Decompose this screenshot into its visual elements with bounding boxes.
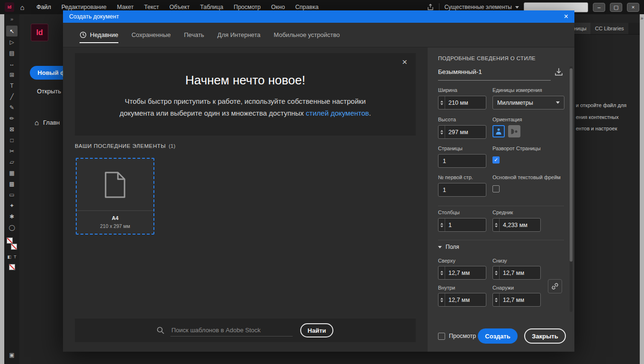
apply-none-icon[interactable] [9,264,15,270]
gutter-stepper[interactable] [492,218,541,232]
right-panel-dock: ницы CC Libraries и откройте файл для ен… [570,14,640,364]
margin-inside-input[interactable] [445,297,486,303]
stock-search-input[interactable] [170,324,293,337]
home-icon[interactable]: ⌂ [16,2,28,12]
stepper-arrows-icon[interactable] [438,96,445,109]
dialog-close-icon[interactable]: × [564,13,568,20]
tab-recent[interactable]: Недавние [80,31,118,38]
dialog-footer: Просмотр Создать Закрыть [428,320,574,352]
restore-button[interactable]: ▢ [610,3,622,12]
close-button[interactable]: Закрыть [524,328,566,344]
stepper-arrows-icon[interactable] [438,126,445,138]
gradient-swatch-tool-icon[interactable]: ▦ [6,167,18,178]
selection-tool-icon[interactable]: ↖ [6,26,18,36]
margins-section-header[interactable]: Поля [438,244,459,250]
screen-mode-icon[interactable]: ▣ [6,349,18,360]
formatting-affects-container-icon[interactable]: ◧ [7,255,11,259]
units-dropdown[interactable]: Миллиметры [492,96,564,109]
zoom-tool-icon[interactable]: ◯ [6,222,18,233]
type-tool-icon[interactable]: T [6,80,18,91]
stroke-swatch-icon[interactable] [11,244,17,250]
expand-panels-icon[interactable]: » [640,15,644,21]
facing-pages-checkbox[interactable] [492,156,500,164]
width-stepper[interactable] [438,96,486,109]
pencil-tool-icon[interactable]: ✏ [6,113,18,124]
orientation-portrait-button[interactable] [492,125,505,137]
start-page-input[interactable] [438,187,486,193]
share-icon[interactable] [427,3,434,11]
width-input[interactable] [445,100,486,106]
stepper-arrows-icon[interactable] [438,266,445,279]
sidebar-item-home[interactable]: ⌂ Главн [35,118,60,127]
primary-text-frame-checkbox[interactable] [492,185,500,192]
content-collector-tool-icon[interactable]: ⊞ [6,69,18,80]
preview-toggle[interactable]: Просмотр [438,333,476,340]
margin-top-stepper[interactable] [438,266,486,280]
scissors-tool-icon[interactable]: ✂ [6,146,18,156]
margin-top-input[interactable] [445,270,486,276]
stepper-arrows-icon[interactable] [493,266,500,279]
gutter-input[interactable] [500,222,540,228]
tab-saved[interactable]: Сохраненные [132,31,171,38]
document-styles-link[interactable]: стилей документов [306,109,369,117]
tab-mobile[interactable]: Мобильное устройство [274,31,340,38]
tab-web[interactable]: Для Интернета [217,31,260,38]
units-value: Миллиметры [497,100,533,106]
open-button[interactable]: Открыть [37,88,61,95]
rectangle-frame-tool-icon[interactable]: ⊠ [6,124,18,135]
eyedropper-tool-icon[interactable]: ✦ [6,200,18,211]
stepper-arrows-icon[interactable] [438,218,445,231]
page-tool-icon[interactable]: ▤ [6,47,18,58]
stepper-arrows-icon[interactable] [493,218,500,231]
direct-selection-tool-icon[interactable]: ▷ [6,36,18,47]
height-input[interactable] [445,129,486,136]
height-stepper[interactable] [438,125,486,139]
workspace-switcher[interactable]: Существенные элементы [444,4,519,10]
note-tool-icon[interactable]: ▭ [6,189,18,200]
free-transform-tool-icon[interactable]: ▱ [6,156,18,167]
tab-cc-libraries[interactable]: CC Libraries [590,23,628,34]
pen-tool-icon[interactable]: ✎ [6,102,18,113]
panel-tab-row: ницы CC Libraries [570,23,640,35]
start-page-field[interactable] [438,183,486,197]
save-preset-icon[interactable] [553,66,564,78]
create-button[interactable]: Создать [478,328,518,344]
margin-bottom-label: Снизу [492,258,507,264]
tab-print[interactable]: Печать [184,31,205,38]
pages-input[interactable] [438,158,486,164]
minimize-button[interactable]: – [593,3,605,12]
gutter-label: Средник [492,209,513,215]
document-name-field[interactable]: Безымянный-1 [438,68,551,81]
dialog-titlebar[interactable]: Создать документ × [63,10,574,23]
link-margins-button[interactable] [548,279,562,293]
line-tool-icon[interactable]: ╱ [6,91,18,102]
stepper-arrows-icon[interactable] [493,293,500,306]
margin-inside-stepper[interactable] [438,293,486,307]
columns-input[interactable] [445,222,486,228]
find-button[interactable]: Найти [300,323,333,337]
margin-outside-stepper[interactable] [492,293,541,307]
stepper-arrows-icon[interactable] [438,293,445,306]
recent-item-a4-card[interactable]: A4 210 x 297 мм [76,158,154,235]
gap-tool-icon[interactable]: ↔ [6,58,18,69]
orientation-landscape-button[interactable] [508,125,520,137]
formatting-affects-text-icon[interactable]: T [14,255,17,259]
rectangle-tool-icon[interactable]: □ [6,135,18,146]
margin-bottom-input[interactable] [500,270,540,276]
gradient-feather-tool-icon[interactable]: ▩ [6,178,18,189]
close-window-button[interactable]: × [627,3,639,12]
hero-close-icon[interactable]: × [402,57,407,67]
margin-outside-input[interactable] [500,297,540,303]
margin-bottom-stepper[interactable] [492,266,541,280]
hand-tool-icon[interactable]: ✱ [6,211,18,222]
preview-checkbox[interactable] [438,333,445,340]
fill-stroke-swatches[interactable] [7,237,17,250]
section-divider [438,206,564,206]
scrollbar-thumb[interactable] [570,68,572,262]
expand-tools-icon[interactable]: » [10,16,13,22]
pages-field[interactable] [438,154,486,168]
details-scrollbar[interactable] [570,66,572,312]
menu-file[interactable]: Файл [31,0,56,14]
columns-stepper[interactable] [438,218,486,232]
fill-swatch-icon[interactable] [7,237,13,244]
